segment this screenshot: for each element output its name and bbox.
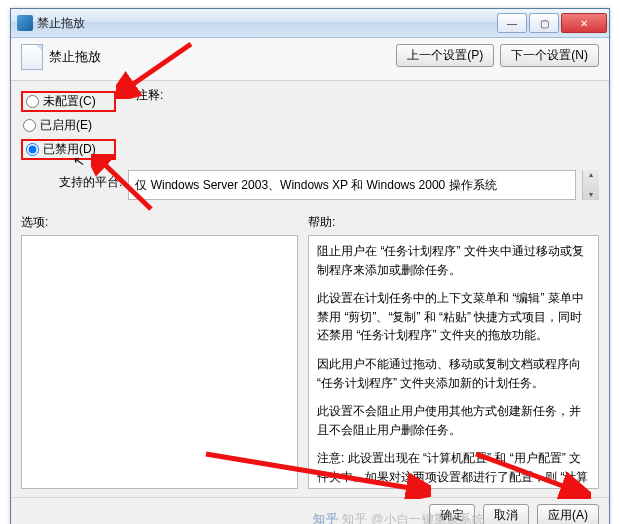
radio-not-configured-label: 未配置(C) bbox=[43, 93, 96, 110]
platform-scrollbar[interactable]: ▴▾ bbox=[582, 170, 599, 200]
apply-button[interactable]: 应用(A) bbox=[537, 504, 599, 524]
help-pane: 帮助: 阻止用户在 “任务计划程序” 文件夹中通过移动或复制程序来添加或删除任务… bbox=[308, 214, 599, 489]
platform-label: 支持的平台: bbox=[59, 170, 122, 191]
watermark-text: 知乎 @小白一键重装系统 bbox=[342, 512, 484, 524]
help-para: 因此用户不能通过拖动、移动或复制文档或程序向 “任务计划程序” 文件夹添加新的计… bbox=[317, 355, 590, 392]
config-row: 未配置(C) 已启用(E) 已禁用(D) 注释: bbox=[11, 81, 609, 168]
help-para: 阻止用户在 “任务计划程序” 文件夹中通过移动或复制程序来添加或删除任务。 bbox=[317, 242, 590, 279]
nav-buttons: 上一个设置(P) 下一个设置(N) bbox=[396, 44, 599, 67]
lower-panes: 选项: 帮助: 阻止用户在 “任务计划程序” 文件夹中通过移动或复制程序来添加或… bbox=[11, 208, 609, 497]
minimize-button[interactable]: — bbox=[497, 13, 527, 33]
radio-disabled-label: 已禁用(D) bbox=[43, 141, 96, 158]
prev-setting-button[interactable]: 上一个设置(P) bbox=[396, 44, 494, 67]
platform-text: 仅 Windows Server 2003、Windows XP 和 Windo… bbox=[135, 177, 496, 194]
policy-title: 禁止拖放 bbox=[49, 48, 101, 66]
policy-dialog-window: 禁止拖放 — ▢ ✕ 禁止拖放 上一个设置(P) 下一个设置(N) 未配置(C)… bbox=[10, 8, 610, 524]
header-row: 禁止拖放 上一个设置(P) 下一个设置(N) bbox=[11, 38, 609, 81]
platform-box: 仅 Windows Server 2003、Windows XP 和 Windo… bbox=[128, 170, 576, 200]
radio-column: 未配置(C) 已启用(E) 已禁用(D) bbox=[21, 87, 116, 164]
radio-not-configured[interactable]: 未配置(C) bbox=[21, 91, 116, 112]
help-para: 此设置在计划任务中的上下文菜单和 “编辑” 菜单中禁用 “剪切”、“复制” 和 … bbox=[317, 289, 590, 345]
options-label: 选项: bbox=[21, 214, 298, 231]
platform-row: 支持的平台: 仅 Windows Server 2003、Windows XP … bbox=[11, 168, 609, 208]
radio-enabled[interactable]: 已启用(E) bbox=[21, 116, 116, 135]
options-box bbox=[21, 235, 298, 489]
maximize-button[interactable]: ▢ bbox=[529, 13, 559, 33]
next-setting-button[interactable]: 下一个设置(N) bbox=[500, 44, 599, 67]
radio-enabled-label: 已启用(E) bbox=[40, 117, 92, 134]
policy-icon bbox=[21, 44, 43, 70]
help-para: 此设置不会阻止用户使用其他方式创建新任务，并且不会阻止用户删除任务。 bbox=[317, 402, 590, 439]
help-para: 注意: 此设置出现在 “计算机配置” 和 “用户配置” 文件夹中。如果对这两项设… bbox=[317, 449, 590, 489]
watermark: 知乎知乎 @小白一键重装系统 bbox=[313, 511, 484, 524]
cancel-button[interactable]: 取消 bbox=[483, 504, 529, 524]
titlebar: 禁止拖放 — ▢ ✕ bbox=[11, 9, 609, 38]
window-title: 禁止拖放 bbox=[37, 15, 495, 32]
cursor-icon: ↖ bbox=[72, 152, 87, 170]
header-left: 禁止拖放 bbox=[21, 44, 396, 70]
notes-column: 注释: bbox=[136, 87, 599, 164]
app-icon bbox=[17, 15, 33, 31]
window-buttons: — ▢ ✕ bbox=[495, 13, 607, 33]
help-box[interactable]: 阻止用户在 “任务计划程序” 文件夹中通过移动或复制程序来添加或删除任务。 此设… bbox=[308, 235, 599, 489]
radio-disabled[interactable]: 已禁用(D) bbox=[21, 139, 116, 160]
options-pane: 选项: bbox=[21, 214, 298, 489]
notes-label: 注释: bbox=[136, 87, 599, 104]
close-button[interactable]: ✕ bbox=[561, 13, 607, 33]
footer: 确定 取消 应用(A) bbox=[11, 497, 609, 524]
help-label: 帮助: bbox=[308, 214, 599, 231]
